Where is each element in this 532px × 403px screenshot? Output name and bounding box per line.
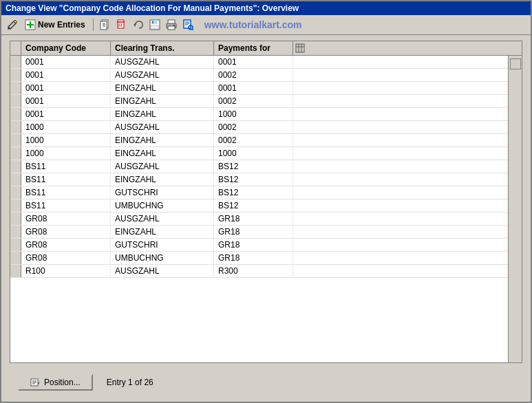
cell-payments-for: GR18 xyxy=(214,213,293,225)
right-panel xyxy=(508,56,522,362)
separator-1 xyxy=(93,19,94,31)
table-header: Company Code Clearing Trans. Payments fo… xyxy=(10,41,522,56)
cell-company-code: 0001 xyxy=(21,95,111,107)
cell-payments-for: BS12 xyxy=(214,160,293,173)
cell-company-code: BS11 xyxy=(21,160,111,173)
cell-company-code: 0001 xyxy=(21,108,111,120)
cell-payments-for: R300 xyxy=(214,265,293,277)
position-label: Position... xyxy=(44,378,81,387)
svg-rect-4 xyxy=(100,21,107,30)
row-selector[interactable] xyxy=(10,186,21,199)
cell-clearing-trans: UMBUCHNG xyxy=(111,199,214,212)
new-entries-button[interactable]: New Entries xyxy=(22,18,88,32)
row-selector[interactable] xyxy=(10,134,21,146)
table-row[interactable]: 0001EINGZAHL1000 xyxy=(10,108,508,121)
header-clearing-trans: Clearing Trans. xyxy=(111,41,214,55)
cell-payments-for: 0002 xyxy=(214,134,293,146)
table-row[interactable]: 0001AUSGZAHL0001 xyxy=(10,56,508,69)
table-row[interactable]: GR08UMBUCHNGGR18 xyxy=(10,252,508,265)
row-selector[interactable] xyxy=(10,108,21,120)
table-row[interactable]: 0001EINGZAHL0002 xyxy=(10,95,508,108)
undo-icon[interactable] xyxy=(131,18,145,32)
new-entries-icon xyxy=(25,19,36,30)
svg-line-26 xyxy=(192,29,193,30)
table-row[interactable]: GR08AUSGZAHLGR18 xyxy=(10,213,508,226)
row-selector[interactable] xyxy=(10,160,21,173)
table-body[interactable]: 0001AUSGZAHL00010001AUSGZAHL00020001EING… xyxy=(10,56,508,362)
row-selector[interactable] xyxy=(10,95,21,107)
table-row[interactable]: 1000EINGZAHL0002 xyxy=(10,134,508,147)
table-row[interactable]: BS11EINGZAHLBS12 xyxy=(10,173,508,186)
row-selector[interactable] xyxy=(10,173,21,186)
cell-clearing-trans: GUTSCHRI xyxy=(111,239,214,251)
table-row[interactable]: BS11GUTSCHRIBS12 xyxy=(10,186,508,199)
cell-clearing-trans: EINGZAHL xyxy=(111,134,214,146)
row-selector[interactable] xyxy=(10,239,21,251)
row-selector[interactable] xyxy=(10,252,21,264)
copy-icon[interactable] xyxy=(98,18,112,32)
cell-payments-for: 0002 xyxy=(214,69,293,81)
header-payments-for: Payments for xyxy=(214,41,293,55)
cell-company-code: GR08 xyxy=(21,213,111,225)
cell-clearing-trans: EINGZAHL xyxy=(111,147,214,160)
row-selector[interactable] xyxy=(10,121,21,133)
select-all-checkbox[interactable] xyxy=(510,58,521,69)
new-entries-label: New Entries xyxy=(38,20,85,30)
row-selector[interactable] xyxy=(10,147,21,160)
table-row[interactable]: 0001AUSGZAHL0002 xyxy=(10,69,508,82)
bottom-bar: Position... Entry 1 of 26 xyxy=(10,369,522,396)
row-selector[interactable] xyxy=(10,226,21,238)
delete-icon[interactable] xyxy=(115,18,129,32)
cell-clearing-trans: GUTSCHRI xyxy=(111,186,214,199)
table-row[interactable]: BS11AUSGZAHLBS12 xyxy=(10,160,508,173)
cell-clearing-trans: EINGZAHL xyxy=(111,226,214,238)
cell-clearing-trans: EINGZAHL xyxy=(111,108,214,120)
row-selector[interactable] xyxy=(10,213,21,225)
svg-point-20 xyxy=(173,25,175,26)
cell-clearing-trans: AUSGZAHL xyxy=(111,213,214,225)
cell-company-code: 0001 xyxy=(21,82,111,94)
row-selector[interactable] xyxy=(10,265,21,277)
row-selector[interactable] xyxy=(10,56,21,68)
cell-payments-for: GR18 xyxy=(214,252,293,264)
print-icon[interactable] xyxy=(164,18,178,32)
cell-company-code: 1000 xyxy=(21,134,111,146)
table-row[interactable]: 1000EINGZAHL1000 xyxy=(10,147,508,160)
cell-company-code: BS11 xyxy=(21,186,111,199)
watermark: www.tutorialkart.com xyxy=(204,19,302,30)
table-row[interactable]: 0001EINGZAHL0001 xyxy=(10,82,508,95)
cell-clearing-trans: AUSGZAHL xyxy=(111,121,214,133)
cell-payments-for: 1000 xyxy=(214,147,293,160)
header-selector-col xyxy=(10,41,21,55)
edit-icon[interactable] xyxy=(6,18,19,32)
cell-payments-for: 0002 xyxy=(214,121,293,133)
cell-clearing-trans: AUSGZAHL xyxy=(111,160,214,173)
row-selector[interactable] xyxy=(10,69,21,81)
cell-clearing-trans: AUSGZAHL xyxy=(111,265,214,277)
table-row[interactable]: GR08EINGZAHLGR18 xyxy=(10,226,508,239)
entry-info: Entry 1 of 26 xyxy=(107,378,153,387)
cell-payments-for: 0001 xyxy=(214,56,293,68)
cell-payments-for: BS12 xyxy=(214,173,293,186)
table-row[interactable]: 1000AUSGZAHL0002 xyxy=(10,121,508,134)
save-icon[interactable] xyxy=(148,18,162,32)
cell-payments-for: 0002 xyxy=(214,95,293,107)
cell-company-code: BS11 xyxy=(21,173,111,186)
cell-company-code: BS11 xyxy=(21,199,111,212)
data-table: Company Code Clearing Trans. Payments fo… xyxy=(10,41,522,363)
table-row[interactable]: GR08GUTSCHRIGR18 xyxy=(10,239,508,252)
svg-rect-16 xyxy=(151,25,159,29)
column-settings-icon[interactable] xyxy=(293,41,307,55)
position-button[interactable]: Position... xyxy=(18,374,93,391)
table-row[interactable]: R100AUSGZAHLR300 xyxy=(10,265,508,278)
svg-rect-19 xyxy=(168,26,175,30)
find-icon[interactable] xyxy=(181,18,195,32)
cell-payments-for: 0001 xyxy=(214,82,293,94)
title-bar: Change View "Company Code Allocation For… xyxy=(1,1,531,15)
svg-rect-15 xyxy=(152,21,153,23)
row-selector[interactable] xyxy=(10,82,21,94)
row-selector[interactable] xyxy=(10,199,21,212)
table-row[interactable]: BS11UMBUCHNGBS12 xyxy=(10,199,508,213)
cell-clearing-trans: UMBUCHNG xyxy=(111,252,214,264)
cell-payments-for: GR18 xyxy=(214,239,293,251)
